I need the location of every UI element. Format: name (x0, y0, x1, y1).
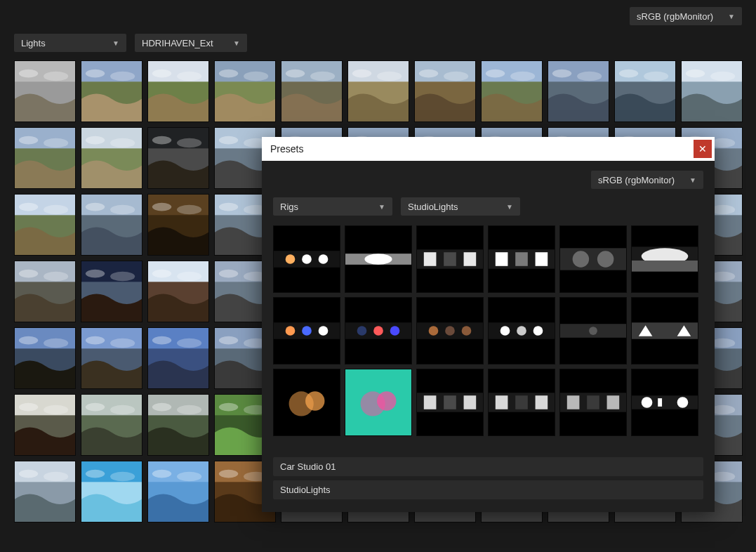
preset-thumbnail[interactable] (559, 225, 627, 293)
preset-list-item[interactable]: Car Studio 01 (273, 457, 703, 476)
preset-thumbnail[interactable] (631, 225, 698, 293)
category-dropdown[interactable]: Lights ▼ (14, 34, 126, 52)
hdri-thumbnail[interactable] (14, 327, 76, 389)
svg-rect-374 (536, 395, 548, 409)
hdri-thumbnail[interactable] (81, 127, 142, 189)
preset-thumbnail[interactable] (416, 297, 484, 364)
svg-rect-377 (567, 395, 580, 409)
hdri-thumbnail[interactable] (147, 60, 209, 122)
svg-point-142 (152, 270, 171, 278)
preset-thumbnail[interactable] (273, 297, 340, 364)
svg-point-51 (110, 138, 135, 148)
preset-thumbnail[interactable] (559, 369, 627, 436)
hdri-thumbnail[interactable] (614, 60, 676, 122)
svg-rect-325 (536, 252, 548, 266)
hdri-thumbnail[interactable] (81, 327, 142, 389)
colorspace-dropdown[interactable]: sRGB (rgbMonitor) ▼ (630, 7, 742, 25)
modal-category-dropdown[interactable]: Rigs ▼ (273, 197, 392, 216)
preset-thumbnail[interactable] (345, 369, 412, 436)
hdri-thumbnail[interactable] (14, 394, 76, 456)
svg-point-58 (219, 136, 238, 145)
hdri-thumbnail[interactable] (147, 327, 209, 389)
svg-point-267 (44, 472, 68, 482)
hdri-thumbnail[interactable] (81, 461, 142, 523)
svg-point-342 (373, 326, 383, 336)
preset-thumbnail[interactable] (488, 225, 555, 293)
hdri-thumbnail[interactable] (147, 394, 209, 456)
subcategory-dropdown[interactable]: HDRIHAVEN_Ext ▼ (135, 34, 247, 52)
svg-point-223 (44, 405, 68, 415)
hdri-thumbnail[interactable] (14, 127, 76, 189)
presets-modal: Presets ✕ sRGB (rgbMonitor) ▼ Rigs ▼ Stu… (262, 137, 715, 512)
svg-point-347 (445, 326, 455, 336)
modal-colorspace-dropdown[interactable]: sRGB (rgbMonitor) ▼ (591, 171, 703, 189)
preset-thumbnail[interactable] (488, 297, 555, 364)
hdri-thumbnail[interactable] (481, 60, 543, 122)
preset-thumbnail[interactable] (345, 225, 412, 293)
svg-point-310 (286, 254, 296, 264)
svg-point-179 (44, 339, 68, 348)
svg-point-146 (219, 270, 238, 278)
preset-thumbnail[interactable] (631, 297, 698, 364)
hdri-thumbnail[interactable] (347, 60, 409, 122)
hdri-thumbnail[interactable] (214, 60, 276, 122)
hdri-thumbnail[interactable] (14, 194, 76, 256)
preset-thumbnail[interactable] (345, 297, 412, 364)
svg-point-6 (86, 70, 105, 78)
svg-rect-373 (515, 395, 528, 409)
hdri-thumbnail[interactable] (81, 394, 142, 456)
svg-point-95 (110, 205, 135, 215)
preset-thumbnail[interactable] (488, 369, 555, 436)
svg-point-231 (177, 405, 201, 415)
hdri-thumbnail[interactable] (281, 60, 343, 122)
svg-point-356 (589, 327, 597, 335)
category-label: Lights (21, 38, 46, 48)
modal-subcategory-dropdown[interactable]: StudioLights ▼ (401, 197, 520, 216)
preset-thumbnail[interactable] (273, 369, 340, 436)
svg-point-22 (352, 70, 371, 78)
svg-point-351 (500, 326, 510, 336)
chevron-down-icon: ▼ (728, 13, 735, 20)
svg-point-134 (19, 270, 38, 278)
svg-point-384 (677, 397, 689, 408)
preset-thumbnail[interactable] (273, 225, 340, 293)
hdri-thumbnail[interactable] (81, 194, 142, 256)
svg-point-278 (219, 470, 238, 478)
preset-thumbnail[interactable] (416, 225, 484, 293)
close-icon: ✕ (698, 143, 707, 155)
hdri-thumbnail[interactable] (147, 127, 209, 189)
preset-thumbnail[interactable] (559, 297, 627, 364)
svg-rect-369 (464, 395, 477, 409)
hdri-thumbnail[interactable] (414, 60, 476, 122)
preset-list: Car Studio 01StudioLights (273, 457, 703, 499)
hdri-thumbnail[interactable] (147, 461, 209, 523)
hdri-thumbnail[interactable] (14, 461, 76, 523)
svg-point-348 (462, 326, 472, 336)
hdri-thumbnail[interactable] (147, 261, 209, 322)
hdri-thumbnail[interactable] (548, 60, 609, 122)
hdri-thumbnail[interactable] (81, 60, 142, 122)
preset-thumbnail[interactable] (631, 369, 698, 436)
svg-point-102 (219, 203, 238, 211)
hdri-thumbnail[interactable] (14, 60, 76, 122)
close-button[interactable]: ✕ (694, 140, 712, 158)
preset-list-item[interactable]: StudioLights (273, 480, 703, 499)
svg-rect-378 (587, 395, 599, 409)
svg-point-19 (310, 72, 335, 81)
svg-point-10 (152, 70, 171, 78)
svg-point-353 (533, 326, 543, 336)
svg-point-230 (152, 403, 171, 412)
hdri-thumbnail[interactable] (81, 261, 142, 322)
svg-point-328 (573, 251, 590, 268)
svg-point-222 (19, 403, 38, 412)
preset-thumbnail[interactable] (416, 369, 484, 436)
chevron-down-icon: ▼ (689, 176, 696, 184)
hdri-thumbnail[interactable] (14, 261, 76, 322)
svg-rect-318 (424, 252, 437, 266)
hdri-thumbnail[interactable] (681, 60, 743, 122)
svg-point-270 (86, 470, 105, 478)
svg-point-30 (486, 70, 505, 78)
svg-point-338 (319, 326, 329, 336)
svg-point-311 (302, 254, 312, 264)
hdri-thumbnail[interactable] (147, 194, 209, 256)
